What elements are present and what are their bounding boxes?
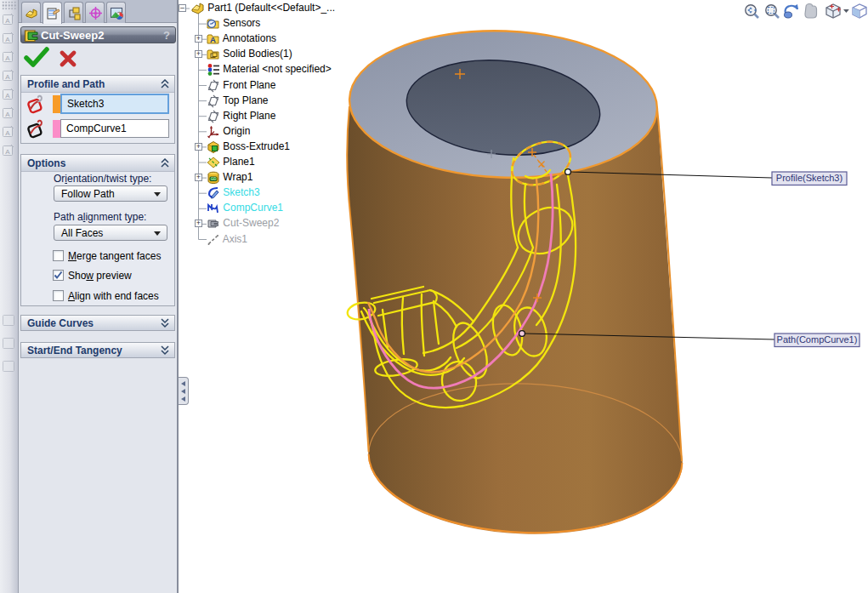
svg-text:A: A — [5, 73, 10, 81]
svg-text:A: A — [5, 111, 10, 118]
svg-text:A: A — [5, 148, 10, 156]
svg-text:A: A — [5, 36, 10, 43]
svg-text:A: A — [5, 129, 10, 137]
svg-text:Profile(Sketch3): Profile(Sketch3) — [776, 173, 842, 183]
svg-text:A: A — [5, 92, 10, 100]
svg-text:A: A — [5, 17, 10, 25]
svg-text:A: A — [5, 54, 10, 62]
svg-text:Path(CompCurve1): Path(CompCurve1) — [777, 334, 858, 345]
